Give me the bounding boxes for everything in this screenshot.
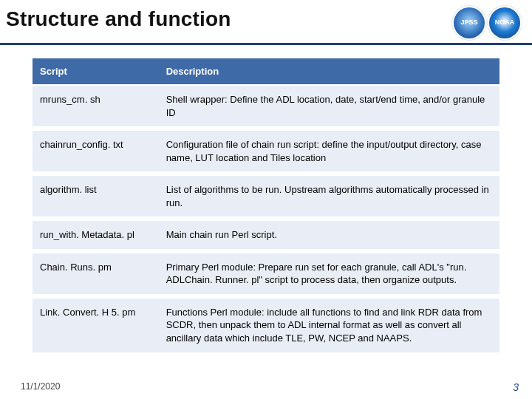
script-desc: List of algorithms to be run. Upstream a… [159,174,499,219]
table-row: Chain. Runs. pm Primary Perl module: Pre… [33,251,499,296]
script-name: chainrun_config. txt [33,129,159,174]
logo-group: JPSS NOAA [454,7,520,38]
script-name: Chain. Runs. pm [33,251,159,296]
header: Structure and function JPSS NOAA [0,0,532,38]
script-desc: Primary Perl module: Prepare run set for… [159,251,499,296]
title-underline [0,43,532,45]
script-desc: Shell wrapper: Define the ADL location, … [159,85,499,129]
script-desc: Configuration file of chain run script: … [159,129,499,174]
table-row: mruns_cm. sh Shell wrapper: Define the A… [33,85,499,129]
slide-title: Structure and function [6,7,231,31]
page-number: 3 [513,381,519,393]
jpss-logo-label: JPSS [460,19,477,27]
col-header-description: Description [159,58,499,85]
slide: Structure and function JPSS NOAA Script … [0,0,532,399]
script-name: mruns_cm. sh [33,85,159,129]
script-name: algorithm. list [33,174,159,219]
scripts-table: Script Description mruns_cm. sh Shell wr… [33,58,499,357]
content-area: Script Description mruns_cm. sh Shell wr… [0,58,532,377]
noaa-logo-icon: NOAA [489,7,520,38]
footer: 11/1/2020 3 [0,377,532,399]
script-desc: Main chain run Perl script. [159,219,499,251]
table-row: chainrun_config. txt Configuration file … [33,129,499,174]
table-row: algorithm. list List of algorithms to be… [33,174,499,219]
script-name: run_with. Metadata. pl [33,219,159,251]
table-row: run_with. Metadata. pl Main chain run Pe… [33,219,499,251]
table-header-row: Script Description [33,58,499,85]
script-name: Link. Convert. H 5. pm [33,296,159,355]
col-header-script: Script [33,58,159,85]
script-desc: Functions Perl module: include all funct… [159,296,499,355]
jpss-logo-icon: JPSS [454,7,485,38]
noaa-logo-label: NOAA [495,19,515,27]
table-row: Link. Convert. H 5. pm Functions Perl mo… [33,296,499,355]
footer-date: 11/1/2020 [21,381,60,393]
